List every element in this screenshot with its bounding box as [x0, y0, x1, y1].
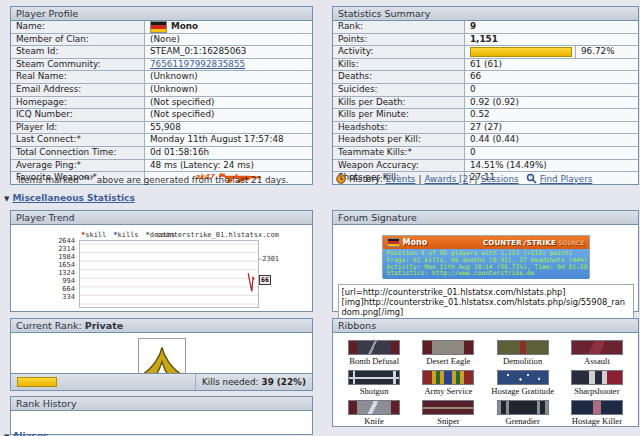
stats-value-text: 9 [470, 21, 476, 33]
stats-label: Activity: [333, 46, 465, 58]
stats-value: 0.44 (0.44) [465, 134, 638, 146]
profile-row-11: Average Ping:*48 ms (Latency: 24 ms) [11, 160, 312, 173]
ribbon-sharpshooter: Sharpshooter [560, 370, 634, 396]
ribbon-demolition: Demolition [486, 340, 560, 366]
stats-value: 0 [465, 147, 638, 159]
chart-annotation: 66 [259, 275, 271, 285]
chart-plot-area [79, 240, 259, 308]
signature-banner-header: Mono COUNTER/STRIKE SOURCE [383, 236, 589, 249]
stats-value: 9 [465, 21, 638, 33]
ribbon-image [497, 370, 549, 385]
misc-statistics-toggle[interactable]: ▼Miscellaneous Statistics [4, 193, 135, 203]
stats-value-text: 0 [470, 147, 476, 159]
profile-value: STEAM_0:1:16285063 [145, 46, 312, 58]
ribbon-image [571, 340, 623, 355]
ribbon-shotgun: Shotgun [337, 370, 411, 396]
steam-community-link[interactable]: 76561197992835855 [150, 59, 245, 71]
rank-progress-track [11, 374, 196, 390]
profile-row-1: Member of Clan:(None) [11, 34, 312, 47]
stats-row-9: Headshots per Kill:0.44 (0.44) [333, 134, 638, 147]
profile-row-9: Last Connect:*Monday 11th August 17:57:4… [11, 134, 312, 147]
ribbon-desert-eagle: Desert Eagle [411, 340, 485, 366]
profile-value-text: (Unknown) [150, 84, 198, 96]
stats-label: Rank: [333, 21, 465, 33]
ribbon-image [422, 400, 474, 415]
stats-value-text: 0 [470, 84, 476, 96]
history-link-sessions[interactable]: Sessions [481, 174, 519, 184]
germany-flag-icon [387, 238, 400, 247]
signature-line-statistics: Statistics: http://www.counterstrike.de [387, 270, 585, 277]
current-rank-label: Current Rank: [16, 320, 82, 331]
stats-value: 61 (61) [465, 59, 638, 71]
player-trend-chart: *skill*kills*deaths counterstrike_01.hls… [13, 230, 313, 314]
misc-statistics-link[interactable]: Miscellaneous Statistics [12, 193, 134, 203]
legend-kills: *kills [113, 231, 138, 239]
legend-skill: *skill [81, 231, 106, 239]
y-tick-label: 664 [41, 285, 75, 293]
profile-value: 0d 01:58:16h [145, 147, 312, 159]
germany-flag-icon [150, 21, 167, 33]
ribbon-knife: Knife [337, 400, 411, 426]
kills-needed: Kills needed: 39 (22%) [196, 374, 312, 390]
stats-value-text: 61 (61) [470, 59, 502, 71]
ribbon-label: Knife [337, 416, 411, 426]
stats-label: Headshots: [333, 122, 465, 134]
stats-label: Weapon Accuracy: [333, 160, 465, 172]
history-link-awards[interactable]: Awards [2] [424, 174, 471, 184]
profile-value-text: (Not specified) [150, 97, 214, 109]
stats-label: Teammate Kills:* [333, 147, 465, 159]
ribbon-image [571, 370, 623, 385]
rank-progress-fill [17, 377, 57, 387]
aliases-toggle[interactable]: ▼Aliases [4, 431, 48, 436]
profile-row-3: Steam Community:76561197992835855 [11, 59, 312, 72]
chart-annotation: 2301 [258, 255, 279, 263]
stats-row-11: Weapon Accuracy:14.51% (14.49%) [333, 160, 638, 173]
ribbon-label: Hostage Gratitude [486, 386, 560, 396]
ribbon-image [497, 340, 549, 355]
statistics-summary-rows: Rank:9Points:1,151Activity:96.72%Kills:6… [333, 21, 638, 184]
stats-label: Kills per Death: [333, 97, 465, 109]
profile-row-8: Player Id:55,908 [11, 122, 312, 135]
history-link-events[interactable]: Events [386, 174, 416, 184]
statistics-summary-title: Statistics Summary [333, 7, 638, 21]
profile-value: Monday 11th August 17:57:48 [145, 134, 312, 146]
ribbon-label: Desert Eagle [411, 356, 485, 366]
stats-row-0: Rank:9 [333, 21, 638, 34]
profile-value: (Not specified) [145, 97, 312, 109]
y-tick-label: 1324 [41, 269, 75, 277]
stats-row-8: Headshots:27 (27) [333, 122, 638, 135]
profile-row-7: ICQ Number:(Not specified) [11, 109, 312, 122]
player-profile-panel: Player Profile Name:MonoMember of Clan:(… [10, 6, 313, 185]
stats-row-6: Kills per Death:0.92 (0.92) [333, 97, 638, 110]
stats-row-3: Kills:61 (61) [333, 59, 638, 72]
player-name-text: Mono [171, 21, 198, 33]
rank-history-panel: Rank History [10, 396, 313, 435]
chart-title: counterstrike_01.hlstatsx.com [157, 231, 279, 239]
bbcode-textarea[interactable]: [url=http://counterstrike_01.hlstatsx.co… [338, 284, 634, 320]
logo-strike: STRIKE [527, 239, 556, 247]
activity-percent: 96.72% [576, 46, 633, 58]
stats-value: 0.92 (0.92) [465, 97, 638, 109]
signature-banner: Mono COUNTER/STRIKE SOURCE Position 9 of… [382, 235, 590, 278]
stats-label: Points: [333, 34, 465, 46]
current-rank-panel: Current Rank: Private Kills needed: 39 (… [10, 318, 313, 391]
find-players-link[interactable]: Find Players [540, 174, 593, 184]
stats-row-5: Suicides:0 [333, 84, 638, 97]
logo-source: SOURCE [559, 239, 585, 246]
profile-label: ICQ Number: [11, 109, 145, 121]
clock-icon [336, 174, 346, 184]
current-rank-header: Current Rank: Private [11, 319, 312, 333]
ribbons-title: Ribbons [333, 319, 638, 333]
ribbon-army-service: Army Service [411, 370, 485, 396]
ribbon-image [348, 370, 400, 385]
stats-value-text: 14.51% (14.49%) [470, 160, 547, 172]
y-tick-label: 334 [41, 293, 75, 301]
ribbon-label: Sharpshooter [560, 386, 634, 396]
rank-progress-row: Kills needed: 39 (22%) [11, 373, 312, 390]
current-rank-value: Private [85, 320, 124, 331]
ribbon-label: Sniper [411, 416, 485, 426]
aliases-link[interactable]: Aliases [12, 431, 48, 436]
stats-value-text: 66 [470, 71, 481, 83]
profile-value: (None) [145, 34, 312, 46]
ribbon-label: Bomb Defusal [337, 356, 411, 366]
